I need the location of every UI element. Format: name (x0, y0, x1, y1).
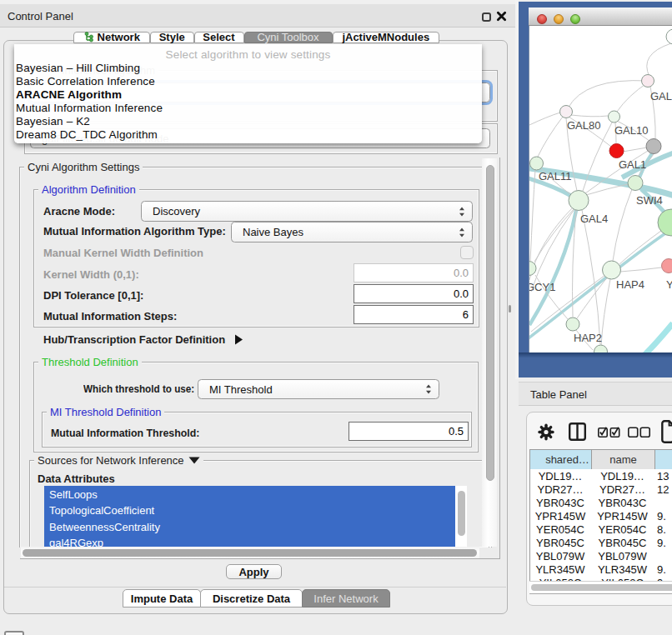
svg-text:GAL2: GAL2 (650, 90, 672, 102)
svg-text:HAP4: HAP4 (616, 278, 644, 291)
svg-text:GAL11: GAL11 (539, 170, 572, 182)
svg-text:SWI4: SWI4 (636, 194, 663, 207)
svg-text:Y: Y (666, 278, 672, 291)
svg-text:GAL1: GAL1 (619, 158, 646, 171)
svg-text:GAL10: GAL10 (614, 124, 648, 137)
svg-text:HAP2: HAP2 (574, 332, 602, 344)
svg-text:GCY1: GCY1 (529, 281, 555, 293)
svg-text:GAL80: GAL80 (567, 119, 600, 132)
svg-text:GAL4: GAL4 (580, 212, 608, 225)
